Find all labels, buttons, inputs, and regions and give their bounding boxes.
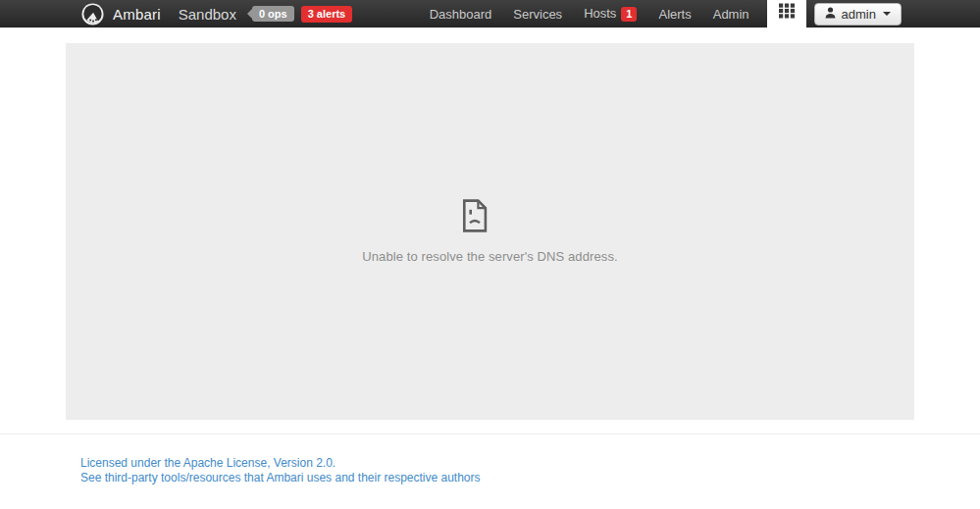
user-menu-label: admin [842, 7, 876, 22]
navbar-left: Ambari Sandbox 0 ops 3 alerts [81, 3, 352, 25]
navbar-right: Dashboard Services Hosts1 Alerts Admin [419, 0, 902, 32]
ambari-logo-icon[interactable] [81, 3, 104, 25]
ops-badge[interactable]: 0 ops [252, 6, 294, 22]
broken-page-icon [462, 199, 488, 236]
nav-item-services[interactable]: Services [502, 7, 573, 22]
views-menu-button[interactable] [767, 0, 806, 32]
nav-item-hosts-label: Hosts [584, 6, 616, 21]
brand-title[interactable]: Ambari [113, 6, 161, 23]
nav-item-hosts[interactable]: Hosts1 [573, 6, 647, 22]
nav-item-admin[interactable]: Admin [702, 7, 760, 22]
top-navbar: Ambari Sandbox 0 ops 3 alerts Dashboard … [0, 0, 980, 28]
user-menu-button[interactable]: admin [814, 3, 902, 25]
error-message: Unable to resolve the server's DNS addre… [362, 249, 617, 264]
alerts-badge[interactable]: 3 alerts [301, 6, 353, 23]
view-content-frame: Unable to resolve the server's DNS addre… [66, 43, 914, 420]
footer-divider [0, 433, 980, 434]
cluster-name: Sandbox [179, 6, 236, 23]
views-grid-icon [779, 3, 795, 23]
nav-item-dashboard[interactable]: Dashboard [419, 7, 503, 22]
main-area: Unable to resolve the server's DNS addre… [0, 43, 980, 420]
user-icon [825, 7, 836, 22]
nav-item-alerts[interactable]: Alerts [647, 7, 701, 22]
ambari-app: Ambari Sandbox 0 ops 3 alerts Dashboard … [0, 0, 980, 485]
third-party-link[interactable]: See third-party tools/resources that Amb… [80, 471, 914, 485]
dns-error-block: Unable to resolve the server's DNS addre… [362, 199, 617, 264]
hosts-count-badge: 1 [621, 7, 637, 22]
page-footer: Licensed under the Apache License, Versi… [66, 456, 914, 485]
caret-down-icon [883, 12, 891, 16]
license-link[interactable]: Licensed under the Apache License, Versi… [80, 456, 914, 471]
